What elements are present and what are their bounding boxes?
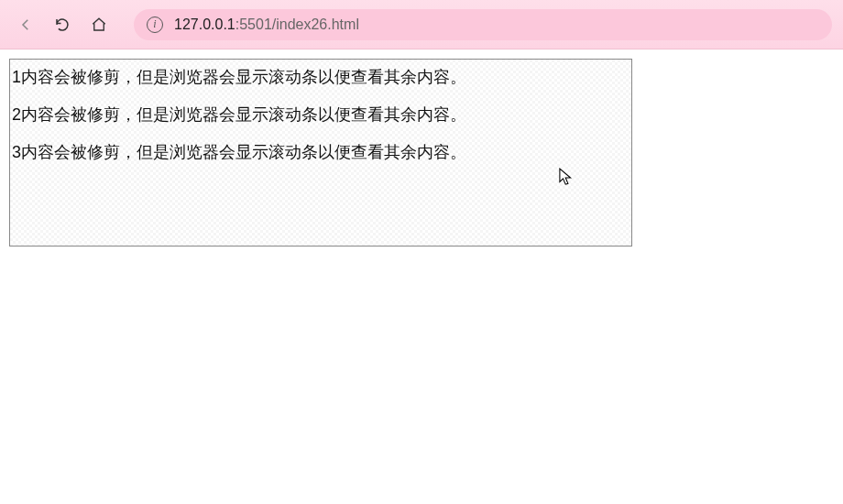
address-bar[interactable]: i 127.0.0.1:5501/index26.html xyxy=(134,9,832,40)
url-host: 127.0.0.1 xyxy=(174,16,235,32)
url-display: 127.0.0.1:5501/index26.html xyxy=(174,16,359,33)
content-line: 1内容会被修剪，但是浏览器会显示滚动条以便查看其余内容。 xyxy=(12,65,630,90)
arrow-left-icon xyxy=(17,16,34,33)
content-line: 3内容会被修剪，但是浏览器会显示滚动条以便查看其余内容。 xyxy=(12,140,630,165)
browser-toolbar: i 127.0.0.1:5501/index26.html xyxy=(0,0,843,49)
page-viewport: 1内容会被修剪，但是浏览器会显示滚动条以便查看其余内容。 2内容会被修剪，但是浏… xyxy=(0,49,843,256)
home-button[interactable] xyxy=(84,10,114,39)
content-line: 2内容会被修剪，但是浏览器会显示滚动条以便查看其余内容。 xyxy=(12,103,630,127)
home-icon xyxy=(91,16,107,33)
back-button[interactable] xyxy=(11,10,40,39)
overflow-scroll-box[interactable]: 1内容会被修剪，但是浏览器会显示滚动条以便查看其余内容。 2内容会被修剪，但是浏… xyxy=(9,59,632,247)
site-info-icon[interactable]: i xyxy=(147,16,163,33)
reload-button[interactable] xyxy=(48,10,77,39)
reload-icon xyxy=(54,16,71,33)
url-path: :5501/index26.html xyxy=(235,16,359,32)
